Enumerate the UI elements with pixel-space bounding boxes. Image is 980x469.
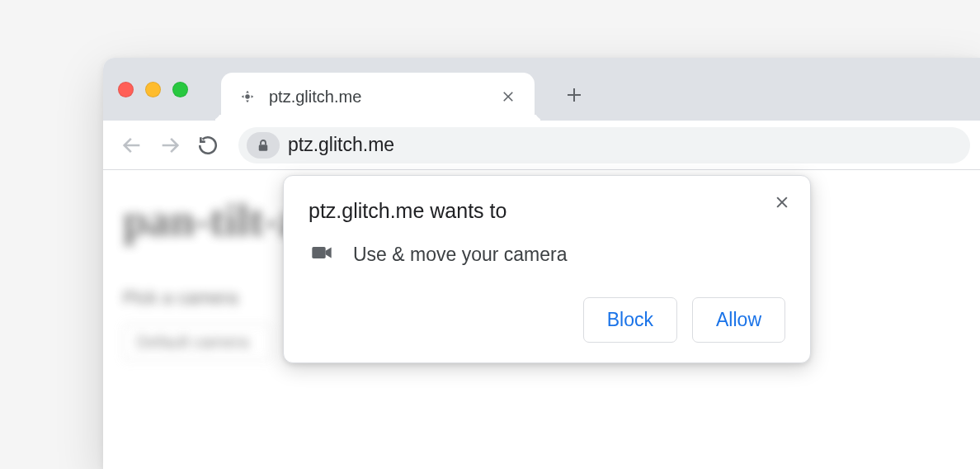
svg-point-0 <box>246 95 249 98</box>
camera-select[interactable]: Default camera <box>123 324 271 361</box>
tab-strip: ptz.glitch.me <box>103 58 980 121</box>
close-tab-button[interactable] <box>498 87 518 107</box>
tab-title: ptz.glitch.me <box>269 88 498 107</box>
page-content: pan-tilt-zoom Pick a camera Default came… <box>103 170 980 469</box>
new-tab-button[interactable] <box>558 78 591 111</box>
window-close-button[interactable] <box>118 82 134 97</box>
browser-window: ptz.glitch.me <box>103 58 980 469</box>
allow-button[interactable]: Allow <box>692 297 785 343</box>
svg-rect-10 <box>312 247 325 258</box>
window-maximize-button[interactable] <box>172 82 188 97</box>
camera-icon <box>310 241 333 268</box>
move-icon <box>238 87 257 107</box>
forward-button[interactable] <box>151 126 189 164</box>
prompt-buttons: Block Allow <box>309 297 785 343</box>
toolbar: ptz.glitch.me <box>103 121 980 170</box>
window-minimize-button[interactable] <box>145 82 161 97</box>
site-info-button[interactable] <box>247 132 280 159</box>
svg-rect-7 <box>259 144 268 151</box>
permission-item: Use & move your camera <box>309 241 785 268</box>
url-text: ptz.glitch.me <box>288 134 394 156</box>
close-icon <box>774 194 790 211</box>
back-button[interactable] <box>113 126 151 164</box>
permission-text: Use & move your camera <box>353 244 567 266</box>
lock-icon <box>256 138 271 153</box>
prompt-title: ptz.glitch.me wants to <box>309 199 785 223</box>
close-prompt-button[interactable] <box>770 191 794 214</box>
browser-tab[interactable]: ptz.glitch.me <box>221 73 535 121</box>
reload-button[interactable] <box>189 126 227 164</box>
address-bar[interactable]: ptz.glitch.me <box>238 127 970 163</box>
permission-prompt: ptz.glitch.me wants to Use & move your c… <box>283 175 811 363</box>
block-button[interactable]: Block <box>583 297 677 343</box>
window-controls <box>118 82 188 97</box>
